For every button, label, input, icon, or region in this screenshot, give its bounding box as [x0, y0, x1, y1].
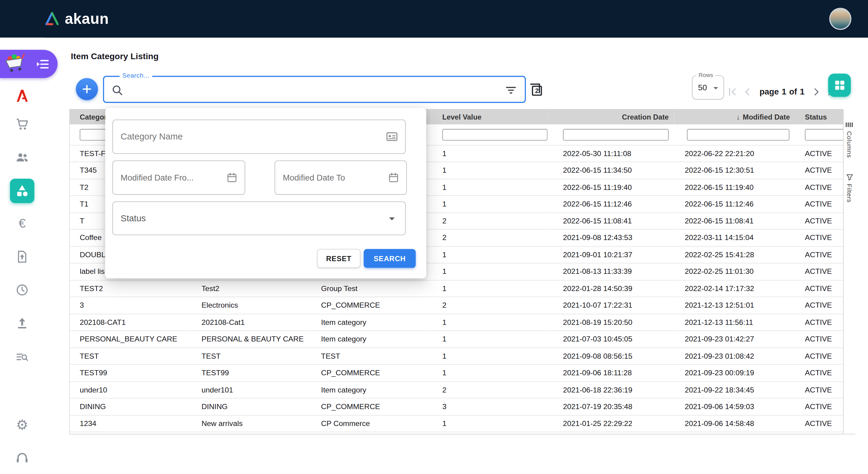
- sidebar-item-users[interactable]: [10, 145, 34, 169]
- table-side-panel: Columns Filters: [843, 109, 855, 435]
- sidebar-item-pdf[interactable]: [10, 84, 34, 108]
- gear-icon: [15, 418, 29, 432]
- table-cell: 2021-10-07 17:22:31: [548, 297, 674, 314]
- next-page-button[interactable]: [811, 86, 823, 98]
- table-cell: ACTIVE: [795, 348, 843, 365]
- table-cell: 1: [432, 348, 548, 365]
- sidebar-item-currency-euro[interactable]: [10, 211, 34, 236]
- column-filter-input-6[interactable]: [687, 129, 789, 140]
- search-button[interactable]: SEARCH: [364, 249, 415, 268]
- sidebar-toggle[interactable]: [0, 50, 58, 78]
- reset-button[interactable]: RESET: [317, 249, 360, 268]
- contact-card-icon[interactable]: [385, 130, 399, 144]
- table-cell: 202108-CAT1: [70, 314, 191, 330]
- table-cell: 2021-01-25 22:29:22: [548, 415, 674, 432]
- akaun-triangle-logo-icon: [44, 11, 60, 26]
- table-cell: ACTIVE: [795, 213, 843, 229]
- table-cell: 1: [432, 365, 548, 381]
- page-title: Item Category Listing: [71, 51, 159, 61]
- table-cell: 1: [432, 179, 548, 196]
- table-cell: 2022-06-15 11:12:46: [548, 196, 674, 213]
- calendar-icon[interactable]: [226, 171, 238, 184]
- table-cell: 2021-09-23 01:42:27: [674, 330, 795, 348]
- calendar-icon[interactable]: [388, 171, 400, 184]
- table-cell: 1: [432, 246, 548, 263]
- category-name-field[interactable]: Category Name: [112, 120, 406, 154]
- search-input[interactable]: [125, 78, 501, 100]
- global-search-field[interactable]: Search...: [103, 76, 526, 103]
- table-cell: ACTIVE: [795, 145, 843, 162]
- table-cell: under10: [70, 381, 191, 398]
- column-header-4[interactable]: Level Value: [432, 109, 548, 124]
- table-cell: 2: [432, 213, 548, 229]
- table-row[interactable]: under10under101Item category22021-06-18 …: [70, 381, 843, 398]
- table-cell: 3: [70, 297, 191, 314]
- table-cell: TEST2: [70, 280, 191, 297]
- rows-select-value: 50: [698, 83, 707, 92]
- table-row[interactable]: 3ElectronicsCP_COMMERCE22021-10-07 17:22…: [70, 297, 843, 314]
- sidebar-item-support[interactable]: [10, 446, 34, 470]
- tab-columns[interactable]: Columns: [845, 121, 854, 158]
- table-cell: ACTIVE: [795, 398, 843, 415]
- table-cell: Electronics: [191, 297, 311, 314]
- sidebar-item-cart[interactable]: [10, 112, 34, 136]
- app-window: akaun Item Category Listing Search...: [0, 0, 868, 474]
- chevron-down-icon: [710, 83, 721, 94]
- table-row[interactable]: 1234New arrivalsCP Commerce12021-01-25 2…: [70, 415, 843, 432]
- upload-icon: [15, 316, 29, 330]
- column-filter-input-4[interactable]: [442, 129, 547, 140]
- user-avatar[interactable]: [829, 8, 851, 30]
- sidebar-item-upload[interactable]: [10, 311, 34, 336]
- brand-name: akaun: [65, 10, 109, 28]
- table-row[interactable]: TEST2Test2Group Test12022-01-28 14:50:39…: [70, 280, 843, 297]
- sidebar-item-categories[interactable]: [10, 179, 34, 203]
- status-select[interactable]: Status: [112, 201, 406, 235]
- column-header-7[interactable]: Status: [795, 109, 843, 124]
- tab-filters[interactable]: Filters: [846, 173, 854, 202]
- table-row[interactable]: TESTTESTTEST12021-09-08 08:56:152021-09-…: [70, 348, 843, 365]
- column-filter-input-7[interactable]: [805, 129, 843, 140]
- pagination: page1of1: [726, 84, 838, 100]
- modified-date-to-field[interactable]: Modified Date To: [275, 161, 407, 195]
- first-page-button[interactable]: [726, 86, 738, 98]
- svg-text:2: 2: [535, 87, 539, 95]
- table-cell: PERSONAL_BEAUTY CARE: [70, 330, 191, 348]
- table-cell: 2022-06-15 11:08:41: [548, 213, 674, 229]
- table-row[interactable]: PERSONAL_BEAUTY CAREPERSONAL & BEAUTY CA…: [70, 330, 843, 348]
- table-cell: 2022-05-30 11:11:08: [548, 145, 674, 162]
- table-cell: 2021-09-23 00:09:19: [674, 365, 795, 381]
- sidebar-item-settings[interactable]: [10, 413, 34, 437]
- sidebar-item-file-export[interactable]: [10, 245, 34, 269]
- search-field-label: Search...: [120, 72, 152, 78]
- sidebar-item-search-list[interactable]: [10, 345, 34, 369]
- table-cell: 2021-06-18 22:36:19: [548, 381, 674, 398]
- column-header-label: Creation Date: [622, 113, 669, 121]
- filter-list-icon[interactable]: [504, 84, 518, 97]
- prev-page-button[interactable]: [741, 86, 753, 98]
- table-cell: ACTIVE: [795, 365, 843, 381]
- table-cell: 2: [432, 381, 548, 398]
- table-row[interactable]: 202108-CAT1202108-Cat1Item category12021…: [70, 314, 843, 330]
- brand-logo[interactable]: akaun: [44, 0, 109, 38]
- menu-open-icon: [35, 57, 50, 71]
- saved-filters-pages-button[interactable]: 2: [528, 82, 544, 98]
- filter-popup: Category Name Modified Date Fro... Modif…: [105, 108, 426, 278]
- column-header-6[interactable]: ↓Modified Date: [674, 109, 795, 124]
- table-cell: 2021-07-19 20:35:48: [548, 398, 674, 415]
- layout-grid-button[interactable]: [828, 74, 851, 97]
- table-row[interactable]: DININGDININGCP_COMMERCE32021-07-19 20:35…: [70, 398, 843, 415]
- table-cell: 2022-02-25 15:41:28: [674, 246, 795, 263]
- modified-date-from-field[interactable]: Modified Date Fro...: [112, 161, 245, 195]
- add-category-button[interactable]: [76, 78, 98, 100]
- column-filter-input-5[interactable]: [563, 129, 669, 140]
- table-row[interactable]: TEST99TEST99CP_COMMERCE12021-09-06 18:11…: [70, 365, 843, 381]
- sidebar-item-history[interactable]: [10, 278, 34, 302]
- rows-select-label: Rows: [696, 71, 715, 78]
- rows-per-page-select[interactable]: Rows 50: [692, 75, 724, 100]
- table-cell: TEST: [311, 348, 432, 365]
- column-header-5[interactable]: Creation Date: [548, 109, 674, 124]
- table-cell: ACTIVE: [795, 196, 843, 213]
- column-header-label: Level Value: [442, 113, 482, 121]
- table-cell: 2022-02-14 17:17:32: [674, 280, 795, 297]
- table-cell: 2022-01-28 14:50:39: [548, 280, 674, 297]
